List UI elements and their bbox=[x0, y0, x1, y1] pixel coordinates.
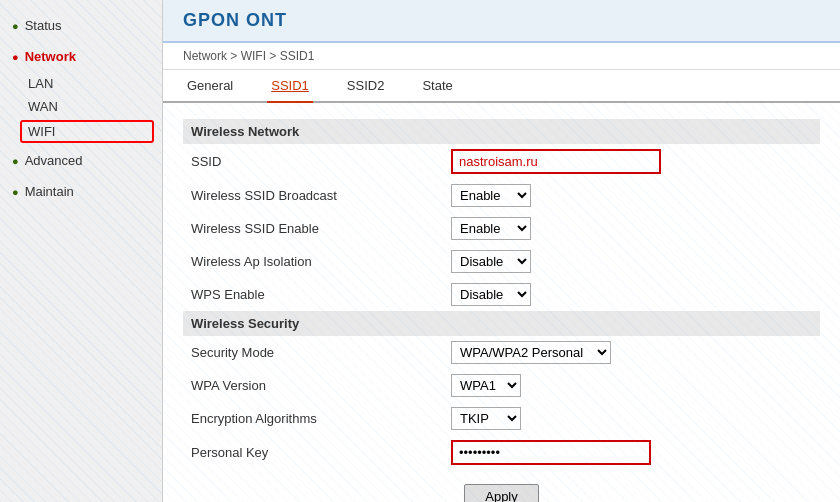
apply-button[interactable]: Apply bbox=[464, 484, 539, 502]
table-row: Personal Key bbox=[183, 435, 820, 470]
sidebar-label-wan: WAN bbox=[28, 99, 58, 114]
personal-key-input[interactable] bbox=[451, 440, 651, 465]
table-row: Wireless SSID Enable Enable Disable bbox=[183, 212, 820, 245]
apply-row: Apply bbox=[183, 470, 820, 502]
table-row: Wireless SSID Broadcast Enable Disable bbox=[183, 179, 820, 212]
sidebar-item-lan[interactable]: LAN bbox=[0, 72, 162, 95]
field-label-wpa-version: WPA Version bbox=[183, 369, 443, 402]
encryption-select[interactable]: TKIP AES TKIP+AES bbox=[451, 407, 521, 430]
sidebar: ● Status ● Network LAN WAN WIFI ● Advanc… bbox=[0, 0, 163, 502]
bullet-icon-maintain: ● bbox=[12, 186, 19, 198]
field-label-security-mode: Security Mode bbox=[183, 336, 443, 369]
table-row: SSID bbox=[183, 144, 820, 179]
sidebar-item-advanced[interactable]: ● Advanced bbox=[0, 145, 162, 176]
header: GPON ONT bbox=[163, 0, 840, 43]
field-label-ap-isolation: Wireless Ap Isolation bbox=[183, 245, 443, 278]
sidebar-item-network[interactable]: ● Network bbox=[0, 41, 162, 72]
table-row: WPS Enable Disable Enable bbox=[183, 278, 820, 311]
field-label-ssid-enable: Wireless SSID Enable bbox=[183, 212, 443, 245]
sidebar-item-wan[interactable]: WAN bbox=[0, 95, 162, 118]
sidebar-item-status[interactable]: ● Status bbox=[0, 10, 162, 41]
sidebar-label-maintain: Maintain bbox=[25, 184, 74, 199]
tab-state[interactable]: State bbox=[418, 70, 456, 103]
tab-general[interactable]: General bbox=[183, 70, 237, 103]
sidebar-label-status: Status bbox=[25, 18, 62, 33]
tab-bar: General SSID1 SSID2 State bbox=[163, 70, 840, 103]
security-mode-select[interactable]: WPA/WPA2 Personal WPA Personal WPA2 Pers… bbox=[451, 341, 611, 364]
tab-ssid2[interactable]: SSID2 bbox=[343, 70, 389, 103]
bullet-icon-advanced: ● bbox=[12, 155, 19, 167]
field-label-wps: WPS Enable bbox=[183, 278, 443, 311]
ap-isolation-select[interactable]: Disable Enable bbox=[451, 250, 531, 273]
breadcrumb: Network > WIFI > SSID1 bbox=[163, 43, 840, 70]
section-title-security: Wireless Security bbox=[191, 316, 299, 331]
section-wireless-security: Wireless Security bbox=[183, 311, 820, 336]
table-row: Wireless Ap Isolation Disable Enable bbox=[183, 245, 820, 278]
ssid-enable-select[interactable]: Enable Disable bbox=[451, 217, 531, 240]
bullet-icon: ● bbox=[12, 20, 19, 32]
sidebar-label-network: Network bbox=[25, 49, 76, 64]
field-label-ssid: SSID bbox=[183, 144, 443, 179]
sidebar-label-lan: LAN bbox=[28, 76, 53, 91]
content-area: Wireless Network SSID Wireless SSID Broa… bbox=[163, 103, 840, 502]
table-row: Encryption Algorithms TKIP AES TKIP+AES bbox=[183, 402, 820, 435]
bullet-icon-network: ● bbox=[12, 51, 19, 63]
settings-table: Wireless Network SSID Wireless SSID Broa… bbox=[183, 119, 820, 502]
tab-ssid1[interactable]: SSID1 bbox=[267, 70, 313, 103]
field-label-encryption: Encryption Algorithms bbox=[183, 402, 443, 435]
ssid-broadcast-select[interactable]: Enable Disable bbox=[451, 184, 531, 207]
section-wireless-network: Wireless Network bbox=[183, 119, 820, 144]
sidebar-item-maintain[interactable]: ● Maintain bbox=[0, 176, 162, 207]
sidebar-label-wifi: WIFI bbox=[28, 124, 55, 139]
sidebar-label-advanced: Advanced bbox=[25, 153, 83, 168]
main-content: GPON ONT Network > WIFI > SSID1 General … bbox=[163, 0, 840, 502]
page-title: GPON ONT bbox=[183, 10, 287, 30]
wpa-version-select[interactable]: WPA1 WPA2 WPA1+WPA2 bbox=[451, 374, 521, 397]
field-label-ssid-broadcast: Wireless SSID Broadcast bbox=[183, 179, 443, 212]
ssid-input[interactable] bbox=[451, 149, 661, 174]
table-row: WPA Version WPA1 WPA2 WPA1+WPA2 bbox=[183, 369, 820, 402]
section-title-wireless: Wireless Network bbox=[191, 124, 299, 139]
wps-enable-select[interactable]: Disable Enable bbox=[451, 283, 531, 306]
table-row: Security Mode WPA/WPA2 Personal WPA Pers… bbox=[183, 336, 820, 369]
sidebar-item-wifi[interactable]: WIFI bbox=[20, 120, 154, 143]
field-label-personal-key: Personal Key bbox=[183, 435, 443, 470]
